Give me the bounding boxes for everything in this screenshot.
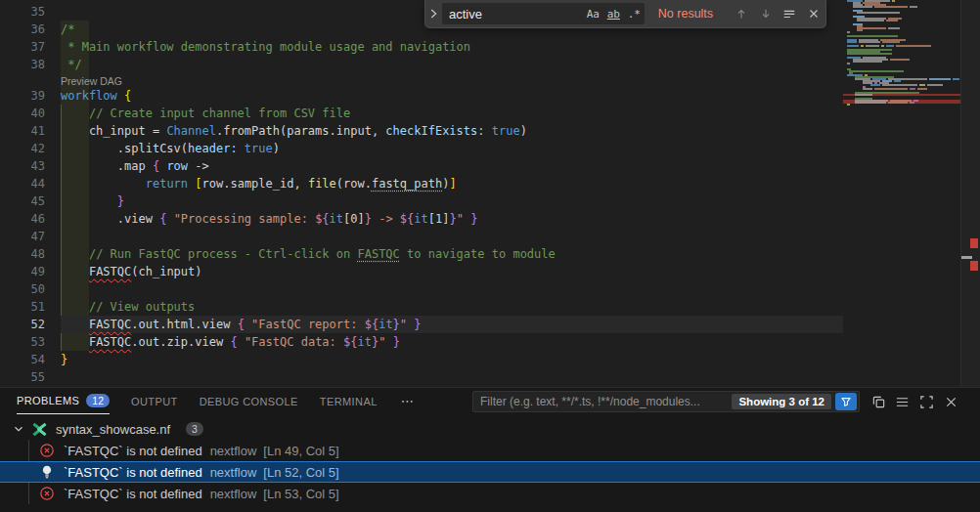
problems-panel: PROBLEMS 12 OUTPUT DEBUG CONSOLE TERMINA… <box>0 387 980 512</box>
code-line-47[interactable]: 47 <box>0 228 843 245</box>
code-line-52[interactable]: 52 FASTQC.out.html.view { "FastQC report… <box>0 316 843 333</box>
find-query-text[interactable]: active <box>442 7 583 21</box>
problems-tree: syntax_showcase.nf 3 `FASTQC` is not def… <box>0 414 980 504</box>
code-text: } <box>61 351 67 368</box>
code-line-50[interactable]: 50 <box>0 280 843 298</box>
overview-ruler[interactable] <box>960 0 980 387</box>
tab-debug-console[interactable]: DEBUG CONSOLE <box>200 388 298 414</box>
close-find-icon[interactable] <box>802 7 825 21</box>
line-number: 52 <box>0 316 61 333</box>
line-number: 38 <box>0 56 61 73</box>
code-line-46[interactable]: 46 .view { "Processing sample: ${it[0]} … <box>0 210 843 228</box>
file-name: syntax_showcase.nf <box>56 422 170 437</box>
tab-terminal[interactable]: TERMINAL <box>320 388 378 414</box>
code-line-45[interactable]: 45 } <box>0 192 843 210</box>
code-text: FASTQC(ch_input) <box>61 263 202 280</box>
line-number: 43 <box>0 157 61 175</box>
filter-funnel-icon[interactable] <box>835 393 857 410</box>
line-number: 45 <box>0 192 61 210</box>
nextflow-file-icon <box>31 422 48 437</box>
minimap-row <box>843 78 960 80</box>
code-text: * Main workflow demonstrating module usa… <box>61 38 470 56</box>
code-line-38[interactable]: 38 */ <box>0 56 843 73</box>
code-text: // Create input channel from CSV file <box>61 105 350 122</box>
code-line-43[interactable]: 43 .map { row -> <box>0 157 843 175</box>
file-problem-count-badge: 3 <box>186 422 203 436</box>
next-match-icon[interactable] <box>754 7 778 21</box>
minimap-row <box>843 106 960 107</box>
line-number: 54 <box>0 351 61 368</box>
problem-row-selected[interactable]: `FASTQC` is not defined nextflow [Ln 52,… <box>0 461 980 483</box>
find-input[interactable]: active Aa ab .* <box>442 3 645 24</box>
ruler-cursor-mark <box>961 256 972 259</box>
close-panel-icon[interactable] <box>942 393 959 410</box>
filter-placeholder: Filter (e.g. text, **/*.ts, !**/node_mod… <box>480 395 732 408</box>
line-number: 42 <box>0 140 61 157</box>
line-number: 53 <box>0 333 61 351</box>
code-text: .map { row -> <box>61 157 209 175</box>
code-text: workflow { <box>61 87 131 105</box>
code-line-41[interactable]: 41 ch_input = Channel.fromPath(params.in… <box>0 122 843 140</box>
line-number: 36 <box>0 21 61 38</box>
problem-row[interactable]: `FASTQC` is not defined nextflow [Ln 49,… <box>0 440 980 461</box>
problems-filter-input[interactable]: Filter (e.g. text, **/*.ts, !**/node_mod… <box>472 391 860 412</box>
code-line-54[interactable]: 54} <box>0 351 843 368</box>
problems-count-badge: 12 <box>86 394 110 407</box>
problem-row[interactable]: `FASTQC` is not defined nextflow [Ln 53,… <box>0 483 980 504</box>
previous-match-icon[interactable] <box>730 7 753 21</box>
whole-word-icon[interactable]: ab <box>603 8 624 21</box>
code-line-40[interactable]: 40 // Create input channel from CSV file <box>0 105 843 122</box>
find-results-status: No results <box>658 7 730 21</box>
code-line-44[interactable]: 44 return [row.sample_id, file(row.fastq… <box>0 175 843 192</box>
tab-problems[interactable]: PROBLEMS 12 <box>17 388 110 414</box>
more-tabs-icon[interactable]: ⋯ <box>401 394 414 408</box>
line-number: 48 <box>0 245 61 263</box>
code-line-37[interactable]: 37 * Main workflow demonstrating module … <box>0 38 843 56</box>
code-editor[interactable]: 3536/*37 * Main workflow demonstrating m… <box>0 0 980 387</box>
find-in-selection-icon[interactable] <box>778 7 801 21</box>
line-number: 39 <box>0 87 61 105</box>
maximize-panel-icon[interactable] <box>917 393 935 410</box>
minimap[interactable] <box>843 0 960 387</box>
codelens-row: Preview DAG <box>0 73 843 87</box>
code-line-49[interactable]: 49 FASTQC(ch_input) <box>0 263 843 280</box>
showing-count-badge: Showing 3 of 12 <box>732 394 831 409</box>
match-case-icon[interactable]: Aa <box>583 8 603 21</box>
toggle-replace-chevron-icon[interactable] <box>425 0 442 27</box>
find-widget: active Aa ab .* No results <box>424 0 826 28</box>
ruler-error-mark <box>970 261 978 271</box>
code-text: */ <box>61 56 82 73</box>
view-as-table-icon[interactable] <box>893 393 911 410</box>
panel-tab-bar: PROBLEMS 12 OUTPUT DEBUG CONSOLE TERMINA… <box>0 388 980 414</box>
code-text: ch_input = Channel.fromPath(params.input… <box>61 122 527 140</box>
line-number: 35 <box>0 3 61 21</box>
code-text: .splitCsv(header: true) <box>61 140 280 157</box>
code-line-55[interactable]: 55 <box>0 368 843 386</box>
ruler-error-mark <box>970 238 978 248</box>
code-text: // Run FastQC process - Ctrl-click on FA… <box>61 245 556 263</box>
code-text: .view { "Processing sample: ${it[0]} -> … <box>61 210 477 228</box>
collapse-all-icon[interactable] <box>869 393 887 410</box>
problems-file-row[interactable]: syntax_showcase.nf 3 <box>0 418 980 440</box>
tab-output[interactable]: OUTPUT <box>131 388 178 414</box>
line-number: 47 <box>0 228 61 245</box>
code-line-51[interactable]: 51 // View outputs <box>0 298 843 316</box>
line-number: 51 <box>0 298 61 316</box>
code-text: /* <box>61 21 74 38</box>
line-number: 50 <box>0 280 61 298</box>
code-lines: 3536/*37 * Main workflow demonstrating m… <box>0 3 843 386</box>
regex-icon[interactable]: .* <box>624 8 645 21</box>
line-number: 49 <box>0 263 61 280</box>
line-number: 40 <box>0 105 61 122</box>
lightbulb-icon <box>39 464 55 480</box>
code-line-53[interactable]: 53 FASTQC.out.zip.view { "FastQC data: $… <box>0 333 843 351</box>
code-text: FASTQC.out.html.view { "FastQC report: $… <box>61 316 843 333</box>
line-number: 37 <box>0 38 61 56</box>
codelens-preview-dag[interactable]: Preview DAG <box>61 75 122 87</box>
code-line-48[interactable]: 48 // Run FastQC process - Ctrl-click on… <box>0 245 843 263</box>
line-number: 44 <box>0 175 61 192</box>
line-number: 55 <box>0 368 61 386</box>
code-line-39[interactable]: 39workflow { <box>0 87 843 105</box>
code-line-42[interactable]: 42 .splitCsv(header: true) <box>0 140 843 157</box>
error-icon <box>39 486 55 501</box>
